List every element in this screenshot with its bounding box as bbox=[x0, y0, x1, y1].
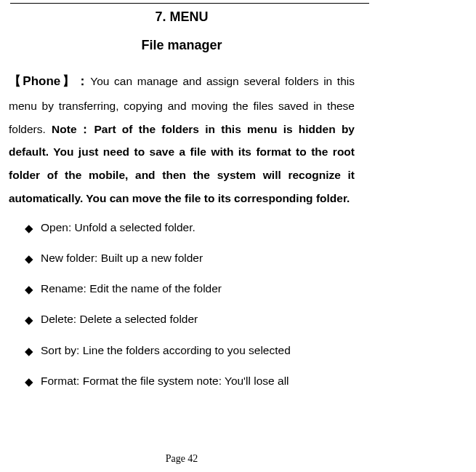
feature-list: ◆ Open: Unfold a selected folder. ◆ New … bbox=[9, 219, 355, 390]
heading-section: File manager bbox=[9, 38, 355, 53]
diamond-icon: ◆ bbox=[25, 312, 33, 329]
list-item: ◆ Sort by: Line the folders according to… bbox=[25, 342, 355, 359]
list-item-text: Open: Unfold a selected folder. bbox=[41, 221, 195, 233]
list-item: ◆ Rename: Edit the name of the folder bbox=[25, 280, 355, 297]
diamond-icon: ◆ bbox=[25, 281, 33, 298]
diamond-icon: ◆ bbox=[25, 374, 33, 391]
list-item-text: Delete: Delete a selected folder bbox=[41, 313, 198, 325]
list-item-text: Sort by: Line the folders according to y… bbox=[41, 344, 291, 356]
list-item-text: New folder: Built up a new folder bbox=[41, 252, 203, 264]
note-label: Note： bbox=[52, 123, 94, 135]
list-item-text: Rename: Edit the name of the folder bbox=[41, 282, 222, 295]
list-item: ◆ New folder: Built up a new folder bbox=[25, 249, 355, 266]
diamond-icon: ◆ bbox=[25, 251, 33, 268]
list-item: ◆ Format: Format the file system note: Y… bbox=[25, 372, 355, 389]
list-item-text: Format: Format the file system note: You… bbox=[41, 375, 289, 387]
phone-bracket-label: 【Phone】： bbox=[9, 74, 90, 88]
intro-paragraph: 【Phone】：You can manage and assign severa… bbox=[9, 69, 355, 210]
list-item: ◆ Open: Unfold a selected folder. bbox=[25, 219, 355, 236]
horizontal-rule bbox=[10, 3, 369, 4]
page-number: Page 42 bbox=[0, 453, 363, 465]
heading-menu: 7. MENU bbox=[9, 9, 355, 25]
document-page: 7. MENU File manager 【Phone】：You can man… bbox=[0, 0, 363, 389]
diamond-icon: ◆ bbox=[25, 343, 33, 360]
diamond-icon: ◆ bbox=[25, 220, 33, 237]
list-item: ◆ Delete: Delete a selected folder bbox=[25, 311, 355, 327]
